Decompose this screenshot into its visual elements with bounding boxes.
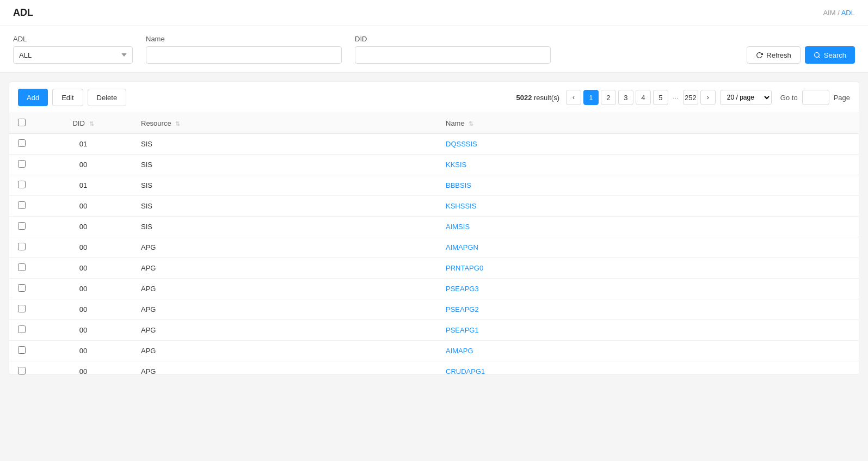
row-did-2: 01 (34, 175, 132, 196)
row-checkbox-11[interactable] (18, 367, 26, 374)
page-dots: ··· (670, 94, 681, 102)
page-3-button[interactable]: 3 (618, 90, 633, 105)
table-row: 01 SIS DQSSSIS (9, 134, 859, 155)
per-page-select[interactable]: 20 / page 50 / page 100 / page (720, 90, 772, 105)
row-did-6: 00 (34, 258, 132, 279)
breadcrumb-separator: / (838, 9, 840, 17)
toolbar: Add Edit Delete 5022 result(s) ‹ 1 2 3 4… (9, 82, 859, 113)
row-resource-4: SIS (132, 217, 437, 237)
row-checkbox-cell (9, 134, 34, 155)
table-row: 00 SIS KSHSSIS (9, 196, 859, 217)
delete-button[interactable]: Delete (88, 89, 127, 106)
name-sort-icon[interactable]: ⇅ (469, 120, 473, 127)
row-checkbox-cell (9, 341, 34, 361)
row-resource-7: APG (132, 279, 437, 299)
row-checkbox-5[interactable] (18, 243, 26, 250)
table-row: 00 SIS KKSIS (9, 155, 859, 175)
row-checkbox-7[interactable] (18, 284, 26, 292)
svg-point-0 (814, 52, 819, 57)
add-button[interactable]: Add (18, 89, 48, 106)
name-label: Name (146, 35, 342, 43)
table-row: 00 SIS AIMSIS (9, 217, 859, 237)
row-checkbox-1[interactable] (18, 160, 26, 168)
page-5-button[interactable]: 5 (653, 90, 668, 105)
row-name-0[interactable]: DQSSSIS (437, 134, 859, 155)
next-page-button[interactable]: › (700, 90, 716, 105)
row-name-7[interactable]: PSEAPG3 (437, 279, 859, 299)
resource-sort-icon[interactable]: ⇅ (175, 120, 180, 127)
row-checkbox-cell (9, 320, 34, 341)
row-name-5[interactable]: AIMAPGN (437, 237, 859, 258)
row-checkbox-10[interactable] (18, 346, 26, 354)
row-checkbox-2[interactable] (18, 181, 26, 188)
did-filter-group: DID (355, 35, 551, 64)
row-did-1: 00 (34, 155, 132, 175)
row-name-4[interactable]: AIMSIS (437, 217, 859, 237)
row-checkbox-4[interactable] (18, 222, 26, 230)
search-button[interactable]: Search (805, 46, 855, 64)
row-name-8[interactable]: PSEAPG2 (437, 299, 859, 320)
row-checkbox-cell (9, 258, 34, 279)
row-name-10[interactable]: AIMAPG (437, 341, 859, 361)
pagination: 5022 result(s) ‹ 1 2 3 4 5 ··· 252 › 20 … (516, 90, 850, 105)
refresh-button[interactable]: Refresh (747, 46, 801, 64)
table-row: 01 SIS BBBSIS (9, 175, 859, 196)
table-row: 00 APG PRNTAPG0 (9, 258, 859, 279)
page-1-button[interactable]: 1 (583, 90, 599, 105)
row-name-1[interactable]: KKSIS (437, 155, 859, 175)
row-checkbox-6[interactable] (18, 263, 26, 271)
content-section: Add Edit Delete 5022 result(s) ‹ 1 2 3 4… (9, 82, 859, 375)
row-did-7: 00 (34, 279, 132, 299)
table-row: 00 APG CRUDAPG1 (9, 361, 859, 375)
table-container: DID ⇅ Resource ⇅ Name ⇅ 0 (9, 113, 859, 374)
row-checkbox-cell (9, 155, 34, 175)
search-icon (814, 52, 821, 59)
header-checkbox-col (9, 113, 34, 134)
header-resource: Resource ⇅ (132, 113, 437, 134)
page-header: ADL AIM / ADL (0, 0, 868, 26)
row-resource-6: APG (132, 258, 437, 279)
row-name-2[interactable]: BBBSIS (437, 175, 859, 196)
row-checkbox-9[interactable] (18, 325, 26, 333)
page-title: ADL (13, 7, 33, 19)
data-table: DID ⇅ Resource ⇅ Name ⇅ 0 (9, 113, 859, 374)
select-all-checkbox[interactable] (18, 119, 26, 126)
filter-buttons: Refresh Search (747, 46, 855, 64)
row-resource-10: APG (132, 341, 437, 361)
prev-page-button[interactable]: ‹ (566, 90, 581, 105)
row-did-9: 00 (34, 320, 132, 341)
row-checkbox-8[interactable] (18, 305, 26, 312)
table-header: DID ⇅ Resource ⇅ Name ⇅ (9, 113, 859, 134)
adl-filter-group: ADL ALL (13, 35, 133, 64)
row-name-11[interactable]: CRUDAPG1 (437, 361, 859, 375)
did-input[interactable] (355, 46, 551, 64)
goto-input[interactable] (802, 90, 829, 105)
adl-select[interactable]: ALL (13, 46, 133, 64)
edit-button[interactable]: Edit (52, 89, 83, 106)
table-body: 01 SIS DQSSSIS 00 SIS KKSIS 01 SIS BBBSI… (9, 134, 859, 375)
name-filter-group: Name (146, 35, 342, 64)
page-4-button[interactable]: 4 (636, 90, 651, 105)
name-input[interactable] (146, 46, 342, 64)
row-checkbox-cell (9, 237, 34, 258)
page-2-button[interactable]: 2 (601, 90, 616, 105)
row-name-3[interactable]: KSHSSIS (437, 196, 859, 217)
row-checkbox-cell (9, 279, 34, 299)
row-name-9[interactable]: PSEAPG1 (437, 320, 859, 341)
row-name-6[interactable]: PRNTAPG0 (437, 258, 859, 279)
row-did-0: 01 (34, 134, 132, 155)
did-sort-icon[interactable]: ⇅ (89, 120, 94, 127)
filter-row: ADL ALL Name DID Refresh Search (13, 35, 855, 64)
row-checkbox-3[interactable] (18, 201, 26, 209)
result-count: 5022 result(s) (516, 94, 559, 102)
last-page-button[interactable]: 252 (683, 90, 698, 105)
row-checkbox-0[interactable] (18, 139, 26, 147)
breadcrumb: AIM / ADL (823, 9, 855, 17)
table-row: 00 APG AIMAPGN (9, 237, 859, 258)
row-resource-3: SIS (132, 196, 437, 217)
table-row: 00 APG PSEAPG1 (9, 320, 859, 341)
row-did-11: 00 (34, 361, 132, 375)
table-row: 00 APG AIMAPG (9, 341, 859, 361)
did-label: DID (355, 35, 551, 43)
filter-section: ADL ALL Name DID Refresh Search (0, 26, 868, 73)
